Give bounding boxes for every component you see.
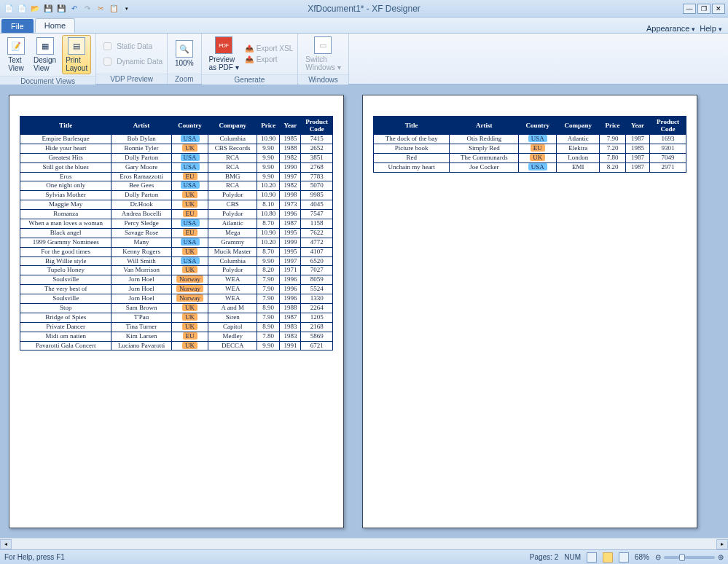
cell: 1996 [280,210,301,219]
table-row: Private DancerTina TurnerUKCapitol8.9019… [20,322,333,332]
scroll-left-icon[interactable]: ◂ [0,539,12,549]
cell-country: UK [171,144,208,153]
tab-file[interactable]: File [1,19,34,33]
cell: 1987 [625,153,649,162]
cell: 7547 [301,210,333,219]
redo-icon[interactable]: ↷ [82,3,93,15]
restore-button[interactable]: ❐ [697,4,711,14]
zoom-button[interactable]: 🔍100% [172,39,197,68]
zoom-slider[interactable]: ⊖ ⊕ [655,553,724,561]
cell: 7.90 [600,135,626,144]
cell: 10.80 [257,210,280,219]
new-icon[interactable]: 📄 [16,3,28,15]
cell: 2768 [301,162,333,172]
cell-country: UK [171,304,208,313]
cell: 7049 [649,153,686,162]
open-icon[interactable]: 📂 [29,3,41,15]
cell: When a man loves a woman [20,219,111,229]
table-row: Unchain my heartJoe CockerUSAEMI8.201987… [374,162,686,172]
cell: 9.90 [257,153,280,162]
cell: 4107 [301,247,333,256]
tab-home[interactable]: Home [35,18,75,33]
cell-country: UK [171,322,208,332]
cell: 10.90 [257,228,280,238]
close-button[interactable]: ✕ [712,4,725,14]
cell-country: USA [171,219,208,229]
cell: Tina Turner [111,322,171,332]
cell: 1971 [280,266,301,275]
preview-pdf-button[interactable]: PDFPreview as PDF ▾ [206,35,242,73]
zoom-out-icon[interactable]: ⊖ [655,553,661,561]
cell: 8059 [301,275,333,285]
cell: Empire Burlesque [20,135,111,144]
print-layout-button[interactable]: ▤Print Layout [62,35,91,74]
group-label-windows: Windows [298,74,348,85]
status-zoom-pct: 68% [635,553,649,561]
cell: 1983 [280,332,301,341]
table-row: RomanzaAndrea BocelliEUPolydor10.8019967… [20,210,333,219]
cell: 1996 [280,275,301,285]
col-header: Year [625,117,649,135]
cell: Hide your heart [20,144,111,153]
cell: Columbia [208,135,257,144]
minimize-button[interactable]: — [683,4,696,14]
col-header: ProductCode [301,117,333,135]
cell: Eros Ramazzotti [111,172,171,181]
cell: Columbia [208,256,257,266]
cut-icon[interactable]: ✂ [95,3,106,15]
cell: RCA [208,162,257,172]
cell: 1983 [280,322,301,332]
cell: Big Willie style [20,256,111,266]
col-header: ProductCode [649,117,686,135]
view-mode-3[interactable] [619,552,629,563]
document-canvas[interactable]: TitleArtistCountryCompanyPriceYearProduc… [0,85,728,538]
cell: Polydor [208,266,257,275]
zoom-in-icon[interactable]: ⊕ [718,553,724,561]
cell: RCA [208,153,257,162]
cell: 1987 [280,219,301,229]
cell: 8.20 [257,266,280,275]
cell-country: UK [171,266,208,275]
col-header: Company [208,117,257,135]
cell: Unchain my heart [374,162,450,172]
cell: EMI [557,162,600,172]
help-link[interactable]: Help ▾ [700,24,722,33]
view-mode-2[interactable] [603,552,613,563]
cell: 3851 [301,153,333,162]
undo-icon[interactable]: ↶ [69,3,80,15]
cell: Jorn Hoel [111,294,171,304]
save-icon[interactable]: 💾 [42,3,54,15]
table-row: 1999 Grammy NomineesManyUSAGrammy10.2019… [20,238,333,247]
cell: Black angel [20,228,111,238]
view-mode-1[interactable] [587,552,597,563]
cell: 7.90 [257,313,280,322]
table-row: Picture bookSimply RedEUElektra7.2019859… [374,144,686,153]
cell: 9.90 [257,172,280,181]
cell: 10.20 [257,181,280,191]
cell: Mucik Master [208,247,257,256]
cell: 1996 [280,285,301,294]
cell: Joe Cocker [450,162,519,172]
pdf-icon: PDF [215,36,232,54]
cell: Bonnie Tyler [111,144,171,153]
design-view-button[interactable]: ▦Design View [31,36,59,74]
cell-country: USA [519,135,557,144]
cell: Greatest Hits [20,153,111,162]
saveall-icon[interactable]: 💾 [55,3,67,15]
qat-dropdown-icon[interactable]: ▾ [121,3,133,15]
paste-icon[interactable]: 📋 [108,3,120,15]
cell-country: UK [519,153,557,162]
cell: Dr.Hook [111,200,171,210]
group-label-vdp: VDP Preview [96,74,167,84]
cell: Atlantic [557,135,600,144]
cell: The dock of the bay [374,135,450,144]
cell: CBS [208,200,257,210]
text-view-button[interactable]: 📝Text View [4,36,28,74]
appearance-link[interactable]: Appearance ▾ [646,24,695,33]
cell: 7027 [301,266,333,275]
horizontal-scrollbar[interactable]: ◂ ▸ [0,538,728,549]
cell-country: USA [171,153,208,162]
cell: Capitol [208,322,257,332]
scroll-right-icon[interactable]: ▸ [716,539,728,549]
cell: 7415 [301,135,333,144]
